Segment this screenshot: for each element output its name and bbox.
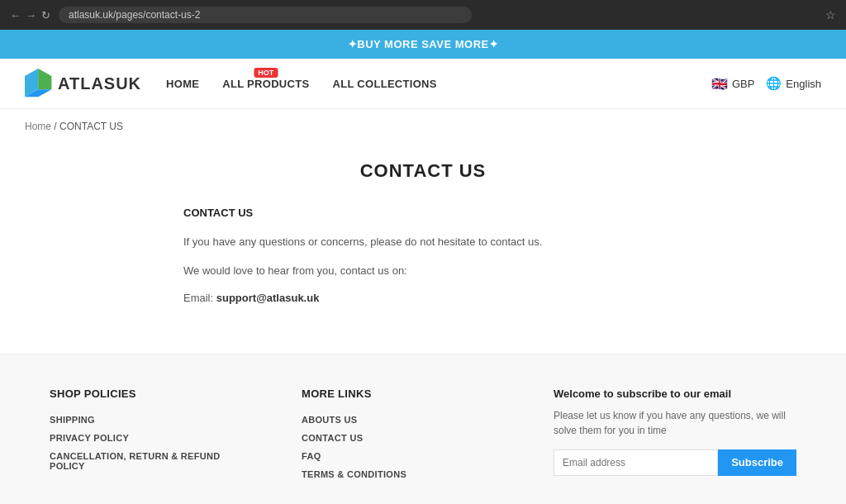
footer-more-links-title: MORE LINKS xyxy=(302,388,504,400)
footer-link-faq[interactable]: FAQ xyxy=(302,451,504,461)
logo-text: ATLASUK xyxy=(58,74,141,93)
page-title: CONTACT US xyxy=(76,160,770,182)
subscribe-email-input[interactable] xyxy=(554,449,718,476)
contact-paragraph-1: If you have any questions or concerns, p… xyxy=(183,234,671,251)
footer-link-terms[interactable]: TERMS & CONDITIONS xyxy=(302,469,504,479)
gb-flag-icon: 🇬🇧 xyxy=(711,76,728,92)
subscribe-form: Subscribe xyxy=(554,449,796,476)
email-link[interactable]: support@atlasuk.uk xyxy=(216,292,320,304)
footer-link-shipping[interactable]: SHIPPING xyxy=(50,415,252,425)
contact-email-line: Email: support@atlasuk.uk xyxy=(183,292,671,304)
main-content: CONTACT US CONTACT US If you have any qu… xyxy=(51,144,795,354)
browser-nav-buttons: ← → ↻ xyxy=(10,9,50,21)
logo[interactable]: ATLASUK xyxy=(25,69,141,98)
currency-button[interactable]: 🇬🇧 GBP xyxy=(711,76,754,92)
contact-section: CONTACT US If you have any questions or … xyxy=(175,207,671,304)
language-button[interactable]: 🌐 English xyxy=(766,76,821,91)
breadcrumb: Home / CONTACT US xyxy=(0,109,846,144)
hot-badge: HOT xyxy=(254,68,278,78)
promo-banner: ✦BUY MORE SAVE MORE✦ xyxy=(0,30,846,59)
currency-label: GBP xyxy=(732,78,754,90)
globe-icon: 🌐 xyxy=(766,76,782,91)
contact-paragraph-2: We would love to hear from you, contact … xyxy=(183,263,671,280)
nav-home[interactable]: HOME xyxy=(166,78,199,90)
site-header: ATLASUK HOME HOT ALL PRODUCTS ALL COLLEC… xyxy=(0,59,846,109)
footer-link-cancellation[interactable]: CANCELLATION, RETURN & REFUND POLICY xyxy=(50,451,252,471)
address-bar[interactable]: atlasuk.uk/pages/contact-us-2 xyxy=(59,7,472,23)
site-footer: SHOP POLICIES SHIPPING PRIVACY POLICY CA… xyxy=(0,354,846,504)
back-button[interactable]: ← xyxy=(10,9,21,21)
nav-all-products-container: HOT ALL PRODUCTS xyxy=(222,78,309,90)
nav-all-collections[interactable]: ALL COLLECTIONS xyxy=(332,78,436,90)
breadcrumb-home[interactable]: Home xyxy=(25,121,51,132)
language-label: English xyxy=(786,78,821,90)
nav-all-products[interactable]: ALL PRODUCTS xyxy=(222,78,309,90)
email-label: Email: xyxy=(183,292,213,304)
footer-shop-policies: SHOP POLICIES SHIPPING PRIVACY POLICY CA… xyxy=(50,388,252,479)
subscribe-title: Welcome to subscribe to our email xyxy=(554,388,796,400)
footer-shop-policies-title: SHOP POLICIES xyxy=(50,388,252,400)
bookmark-icon[interactable]: ☆ xyxy=(825,8,836,21)
forward-button[interactable]: → xyxy=(26,9,36,21)
browser-chrome: ← → ↻ atlasuk.uk/pages/contact-us-2 ☆ xyxy=(0,0,846,30)
breadcrumb-current: CONTACT US xyxy=(59,121,123,132)
footer-more-links: MORE LINKS ABOUTS US CONTACT US FAQ TERM… xyxy=(302,388,504,487)
subscribe-button[interactable]: Subscribe xyxy=(718,449,796,476)
svg-marker-1 xyxy=(38,69,51,89)
refresh-button[interactable]: ↻ xyxy=(41,9,50,21)
main-nav: HOME HOT ALL PRODUCTS ALL COLLECTIONS xyxy=(166,78,711,90)
subscribe-description: Please let us know if you have any quest… xyxy=(554,408,796,438)
footer-subscribe: Welcome to subscribe to our email Please… xyxy=(554,388,796,476)
header-right: 🇬🇧 GBP 🌐 English xyxy=(711,76,821,92)
logo-icon xyxy=(25,69,55,98)
footer-link-privacy[interactable]: PRIVACY POLICY xyxy=(50,433,252,443)
contact-section-title: CONTACT US xyxy=(183,207,671,219)
footer-link-contact[interactable]: CONTACT US xyxy=(302,433,504,443)
footer-link-about[interactable]: ABOUTS US xyxy=(302,415,504,425)
